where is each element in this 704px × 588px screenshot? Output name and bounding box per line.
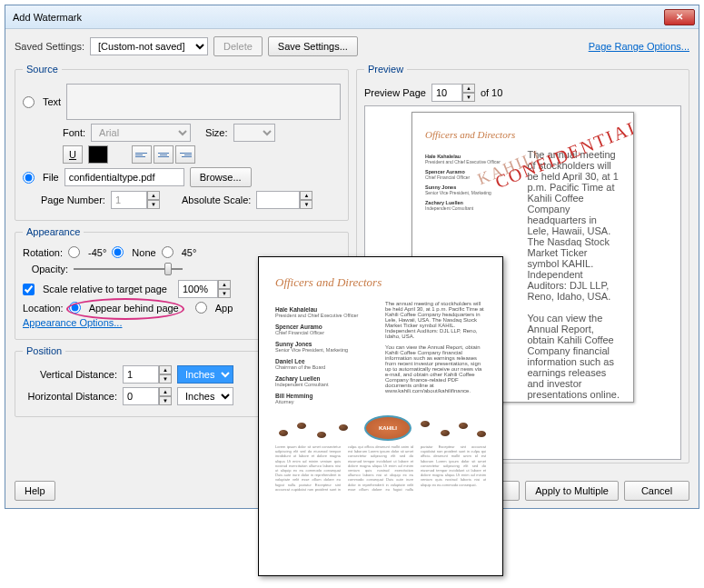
spin-up-icon[interactable]: ▲ bbox=[159, 365, 172, 374]
preview-page-input[interactable] bbox=[431, 84, 462, 102]
size-select[interactable] bbox=[233, 124, 275, 142]
hdist-label: Horizontal Distance: bbox=[23, 391, 117, 402]
source-legend: Source bbox=[23, 64, 62, 75]
align-center-button[interactable] bbox=[154, 145, 174, 164]
source-text-radio[interactable] bbox=[23, 96, 35, 108]
preview-page-label: Preview Page bbox=[364, 87, 426, 98]
spin-down-icon[interactable]: ▼ bbox=[462, 93, 475, 102]
vdist-unit-select[interactable]: Inches bbox=[177, 365, 233, 384]
help-button[interactable]: Help bbox=[15, 481, 55, 501]
preview-page-spinner[interactable]: ▲▼ bbox=[431, 84, 475, 102]
overlay-document: Officers and Directors Hale KahalelauPre… bbox=[258, 256, 503, 576]
spin-up-icon[interactable]: ▲ bbox=[462, 84, 475, 93]
scale-spinner[interactable]: ▲▼ bbox=[178, 280, 231, 298]
browse-button[interactable]: Browse... bbox=[190, 167, 252, 187]
align-left-button[interactable] bbox=[132, 145, 152, 164]
appear-behind-radio[interactable] bbox=[69, 302, 81, 314]
apply-multiple-button[interactable]: Apply to Multiple bbox=[525, 481, 619, 501]
spin-down-icon[interactable]: ▼ bbox=[218, 289, 231, 298]
source-file-input[interactable] bbox=[64, 168, 184, 186]
delete-button[interactable]: Delete bbox=[213, 36, 263, 56]
rotation-neg45-radio[interactable] bbox=[68, 246, 80, 258]
save-settings-button[interactable]: Save Settings... bbox=[268, 36, 358, 56]
appearance-legend: Appearance bbox=[23, 226, 84, 237]
rotation-pos45-radio[interactable] bbox=[162, 246, 174, 258]
source-text-label: Text bbox=[43, 96, 61, 107]
appear-ontop-radio[interactable] bbox=[195, 302, 207, 314]
scale-relative-label: Scale relative to target page bbox=[43, 284, 167, 294]
close-button[interactable]: ✕ bbox=[664, 9, 695, 25]
preview-legend: Preview bbox=[364, 64, 407, 75]
spin-down-icon[interactable]: ▼ bbox=[300, 200, 312, 209]
font-label: Font: bbox=[63, 127, 85, 138]
location-label: Location: bbox=[23, 303, 64, 314]
abs-scale-label: Absolute Scale: bbox=[182, 194, 251, 205]
doc-body-text: Lorem ipsum dolor sit amet consectetur a… bbox=[275, 444, 486, 543]
hdist-input[interactable] bbox=[123, 387, 159, 405]
abs-scale-input[interactable] bbox=[256, 191, 300, 209]
spin-down-icon[interactable]: ▼ bbox=[147, 200, 160, 209]
appearance-options-link[interactable]: Appearance Options... bbox=[23, 317, 122, 328]
hdist-unit-select[interactable]: Inches bbox=[177, 387, 233, 405]
saved-settings-label: Saved Settings: bbox=[15, 41, 84, 52]
spin-up-icon[interactable]: ▲ bbox=[159, 387, 172, 396]
doc-heading: Officers and Directors bbox=[275, 275, 486, 290]
doc-officers-columns: Hale KahalelauPresident and Chief Execut… bbox=[275, 301, 486, 404]
opacity-label: Opacity: bbox=[23, 264, 68, 274]
spin-down-icon[interactable]: ▼ bbox=[159, 374, 172, 384]
page-number-label: Page Number: bbox=[41, 194, 105, 205]
rotation-none-radio[interactable] bbox=[112, 246, 124, 258]
appear-ontop-label: App bbox=[215, 303, 233, 314]
spin-up-icon[interactable]: ▲ bbox=[300, 191, 312, 200]
size-label: Size: bbox=[205, 127, 227, 138]
vdist-spinner[interactable]: ▲▼ bbox=[123, 365, 172, 384]
text-color-button[interactable] bbox=[88, 145, 108, 164]
source-group: Source Text Font: Arial Size: U bbox=[15, 64, 349, 221]
spin-up-icon[interactable]: ▲ bbox=[147, 191, 160, 200]
hdist-spinner[interactable]: ▲▼ bbox=[123, 387, 172, 405]
page-number-spinner[interactable]: ▲▼ bbox=[111, 191, 160, 209]
abs-scale-spinner[interactable]: ▲▼ bbox=[256, 191, 312, 209]
titlebar: Add Watermark ✕ bbox=[5, 5, 699, 29]
page-range-options-link[interactable]: Page Range Options... bbox=[589, 41, 689, 52]
logo-icon: KAHILI bbox=[364, 415, 411, 441]
cancel-button[interactable]: Cancel bbox=[624, 481, 689, 501]
opacity-slider[interactable] bbox=[74, 262, 183, 276]
scale-relative-checkbox[interactable] bbox=[23, 284, 35, 295]
font-select[interactable]: Arial bbox=[91, 124, 191, 142]
preview-total-label: of 10 bbox=[481, 87, 502, 98]
saved-settings-select[interactable]: [Custom-not saved] bbox=[90, 37, 208, 55]
source-file-label: File bbox=[43, 172, 59, 183]
vdist-label: Vertical Distance: bbox=[23, 369, 117, 380]
vdist-input[interactable] bbox=[123, 365, 159, 384]
page-number-input[interactable] bbox=[111, 191, 147, 209]
beans-graphic: KAHILI bbox=[275, 414, 486, 441]
source-text-input[interactable] bbox=[66, 84, 341, 120]
source-file-radio[interactable] bbox=[23, 172, 35, 184]
underline-button[interactable]: U bbox=[63, 145, 83, 164]
rotation-label: Rotation: bbox=[23, 247, 63, 258]
spin-up-icon[interactable]: ▲ bbox=[218, 280, 231, 289]
spin-down-icon[interactable]: ▼ bbox=[159, 396, 172, 405]
dialog-title: Add Watermark bbox=[13, 12, 664, 23]
align-right-button[interactable] bbox=[175, 145, 195, 164]
appear-behind-label: Appear behind page bbox=[89, 303, 179, 314]
position-legend: Position bbox=[23, 345, 65, 356]
scale-input[interactable] bbox=[178, 280, 218, 298]
